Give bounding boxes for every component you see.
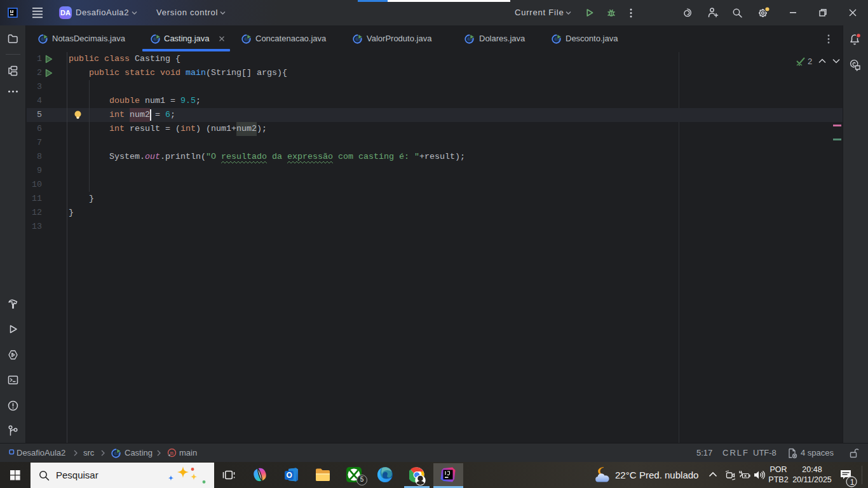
svg-text:O: O (287, 471, 292, 480)
svg-text:1: 1 (850, 478, 855, 487)
